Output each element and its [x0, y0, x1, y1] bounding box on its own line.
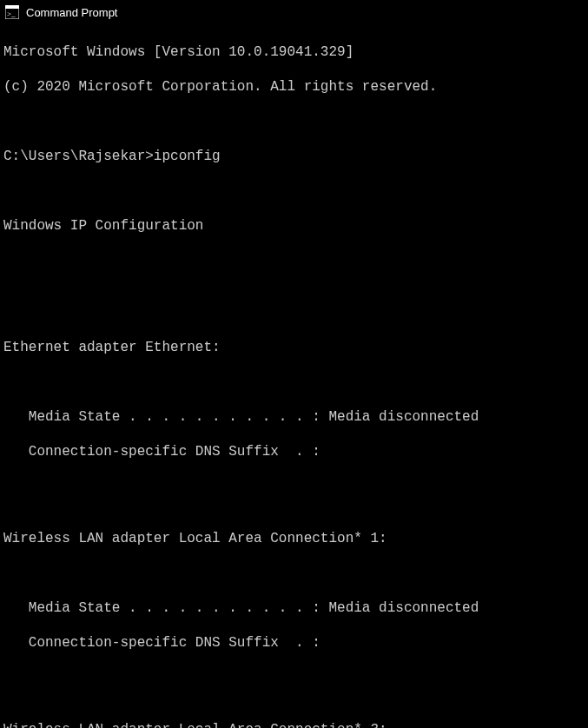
adapter-title: Ethernet adapter Ethernet:: [3, 339, 585, 356]
output-line: Microsoft Windows [Version 10.0.19041.32…: [3, 43, 585, 61]
blank-line: [3, 565, 585, 582]
output-line: Connection-specific DNS Suffix . :: [3, 443, 585, 460]
output-line: Connection-specific DNS Suffix . :: [3, 634, 585, 652]
window-title: Command Prompt: [26, 6, 117, 19]
blank-line: [3, 252, 585, 269]
svg-rect-1: [5, 5, 19, 9]
blank-line: [3, 113, 585, 130]
blank-line: [3, 669, 585, 686]
blank-line: [3, 374, 585, 391]
prompt-line: C:\Users\Rajsekar>ipconfig: [3, 148, 585, 165]
adapter-title: Wireless LAN adapter Local Area Connecti…: [3, 721, 585, 728]
terminal-output[interactable]: Microsoft Windows [Version 10.0.19041.32…: [0, 24, 588, 728]
output-line: (c) 2020 Microsoft Corporation. All righ…: [3, 78, 585, 96]
output-line: Media State . . . . . . . . . . . : Medi…: [3, 599, 585, 617]
svg-text:>_: >_: [7, 10, 16, 18]
blank-line: [3, 478, 585, 495]
cmd-icon: >_: [5, 5, 19, 19]
blank-line: [3, 182, 585, 200]
adapter-title: Wireless LAN adapter Local Area Connecti…: [3, 530, 585, 547]
output-line: Media State . . . . . . . . . . . : Medi…: [3, 408, 585, 426]
window-titlebar[interactable]: >_ Command Prompt: [0, 0, 588, 24]
output-line: Windows IP Configuration: [3, 217, 585, 235]
blank-line: [3, 287, 585, 304]
